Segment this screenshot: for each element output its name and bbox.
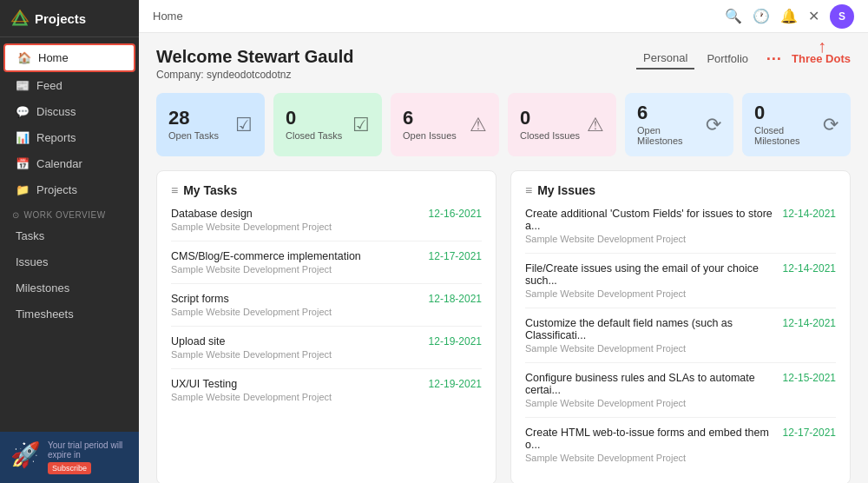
stat-closed-tasks[interactable]: 0 Closed Tasks ☑ [273, 93, 382, 156]
welcome-header: Welcome Stewart Gauld Company: syndeodot… [156, 47, 851, 81]
sidebar-item-timesheets-label: Timesheets [16, 308, 74, 321]
issue-item-2[interactable]: Customize the default field names (such … [525, 317, 836, 363]
open-issues-number: 6 [403, 109, 457, 128]
three-dots-button[interactable]: ⋯ [760, 47, 786, 69]
open-tasks-label: Open Tasks [168, 130, 219, 141]
issue-item-1[interactable]: File/Create issues using the email of yo… [525, 262, 836, 308]
issue-item-4[interactable]: Create HTML web-to-issue forms and embed… [525, 427, 836, 472]
bell-icon[interactable]: 🔔 [780, 8, 798, 24]
tab-portfolio[interactable]: Portfolio [700, 49, 755, 69]
app-title: Projects [35, 11, 86, 26]
sidebar-item-home-label: Home [38, 51, 69, 64]
sidebar-item-projects-label: Projects [36, 183, 77, 196]
sidebar-header: Projects [0, 0, 139, 37]
rocket-icon: 🚀 [10, 440, 41, 469]
open-issues-icon: ⚠ [470, 114, 487, 136]
sidebar-item-discuss[interactable]: 💬 Discuss [3, 99, 135, 124]
stats-row: 28 Open Tasks ☑ 0 Closed Tasks ☑ 6 Open … [156, 93, 851, 156]
main-area: Home 🔍 🕐 🔔 ✕ S Welcome Stewart Gauld Com… [139, 0, 868, 483]
closed-milestones-number: 0 [754, 103, 823, 122]
sidebar-item-calendar[interactable]: 📅 Calendar [3, 151, 135, 176]
sidebar-item-reports-label: Reports [36, 131, 76, 144]
subscribe-badge[interactable]: Subscribe [48, 462, 91, 474]
sidebar-item-milestones[interactable]: Milestones [3, 275, 135, 301]
trial-banner: 🚀 Your trial period will expire in Subsc… [0, 432, 139, 483]
panels-row-1: ≡ My Tasks Database design Sample Websit… [156, 170, 851, 483]
closed-tasks-number: 0 [286, 109, 342, 128]
sidebar-item-calendar-label: Calendar [36, 157, 82, 170]
open-milestones-label: Open Milestones [637, 125, 706, 146]
welcome-company: Company: syndeodotcodotnz [156, 69, 353, 81]
my-issues-list: Create additional 'Custom Fields' for is… [525, 208, 836, 472]
logo-icon [10, 9, 30, 28]
my-tasks-panel: ≡ My Tasks Database design Sample Websit… [156, 170, 496, 483]
sidebar-item-reports[interactable]: 📊 Reports [3, 125, 135, 150]
task-item-2[interactable]: Script forms Sample Website Development … [171, 293, 482, 327]
closed-tasks-icon: ☑ [352, 114, 370, 136]
discuss-icon: 💬 [16, 105, 30, 118]
sidebar-item-milestones-label: Milestones [16, 281, 69, 294]
svg-marker-0 [14, 12, 27, 25]
sidebar-item-discuss-label: Discuss [36, 105, 76, 118]
open-issues-label: Open Issues [403, 130, 457, 141]
projects-icon: 📁 [16, 183, 30, 196]
sidebar-item-issues-label: Issues [16, 255, 49, 268]
task-item-1[interactable]: CMS/Blog/E-commerce implementation Sampl… [171, 250, 482, 284]
sidebar-item-projects[interactable]: 📁 Projects [3, 177, 135, 202]
my-issues-panel: ≡ My Issues Create additional 'Custom Fi… [510, 170, 851, 483]
open-milestones-number: 6 [637, 103, 706, 122]
stat-open-tasks[interactable]: 28 Open Tasks ☑ [156, 93, 265, 156]
stat-closed-milestones[interactable]: 0 Closed Milestones ⟳ [742, 93, 851, 156]
task-item-0[interactable]: Database design Sample Website Developme… [171, 208, 482, 242]
sidebar-item-issues[interactable]: Issues [3, 249, 135, 275]
sidebar-item-timesheets[interactable]: Timesheets [3, 301, 135, 327]
search-icon[interactable]: 🔍 [725, 8, 742, 24]
content-area: Welcome Stewart Gauld Company: syndeodot… [139, 33, 868, 483]
tab-personal[interactable]: Personal [636, 48, 694, 69]
task-item-4[interactable]: UX/UI Testing Sample Website Development… [171, 378, 482, 411]
stat-closed-issues[interactable]: 0 Closed Issues ⚠ [508, 93, 616, 156]
sidebar: Projects 🏠 Home 📰 Feed 💬 Discuss 📊 Repor… [0, 0, 139, 483]
issue-item-0[interactable]: Create additional 'Custom Fields' for is… [525, 208, 836, 254]
avatar[interactable]: S [830, 4, 854, 29]
closed-tasks-label: Closed Tasks [286, 130, 342, 141]
sidebar-item-home[interactable]: 🏠 Home [3, 43, 135, 72]
issues-panel-icon: ≡ [525, 183, 532, 197]
welcome-title: Welcome Stewart Gauld [156, 47, 353, 67]
issue-item-3[interactable]: Configure business rules and SLAs to aut… [525, 372, 836, 418]
view-tabs: Personal Portfolio ⋯ Three Dots ↑ [636, 47, 851, 69]
company-name: syndeodotcodotnz [207, 69, 291, 81]
open-tasks-icon: ☑ [235, 114, 253, 136]
sidebar-item-tasks-label: Tasks [16, 229, 44, 242]
sidebar-item-feed-label: Feed [36, 79, 62, 92]
task-item-3[interactable]: Upload site Sample Website Development P… [171, 335, 482, 369]
sidebar-item-tasks[interactable]: Tasks [3, 223, 135, 248]
feed-icon: 📰 [16, 79, 30, 92]
sidebar-item-feed[interactable]: 📰 Feed [3, 73, 135, 98]
closed-milestones-label: Closed Milestones [754, 125, 823, 146]
closed-issues-number: 0 [520, 109, 580, 128]
closed-issues-icon: ⚠ [587, 114, 604, 136]
home-icon: 🏠 [17, 51, 31, 64]
my-tasks-title: ≡ My Tasks [171, 183, 482, 197]
stat-open-milestones[interactable]: 6 Open Milestones ⟳ [625, 93, 733, 156]
my-issues-title: ≡ My Issues [525, 183, 836, 197]
open-milestones-icon: ⟳ [706, 114, 721, 136]
stat-open-issues[interactable]: 6 Open Issues ⚠ [391, 93, 499, 156]
welcome-info: Welcome Stewart Gauld Company: syndeodot… [156, 47, 353, 81]
tasks-panel-icon: ≡ [171, 183, 178, 197]
section-dot-icon: ⊙ [12, 210, 20, 220]
topbar: Home 🔍 🕐 🔔 ✕ S [139, 0, 868, 33]
reports-icon: 📊 [16, 131, 30, 144]
app-logo[interactable]: Projects [10, 9, 86, 28]
three-dots-label: Three Dots ↑ [792, 52, 851, 65]
close-icon[interactable]: ✕ [808, 8, 819, 24]
open-tasks-number: 28 [168, 109, 219, 128]
topbar-icons: 🔍 🕐 🔔 ✕ S [725, 4, 854, 29]
sidebar-nav: 🏠 Home 📰 Feed 💬 Discuss 📊 Reports 📅 Cale… [0, 37, 139, 432]
my-tasks-list: Database design Sample Website Developme… [171, 208, 482, 411]
closed-issues-label: Closed Issues [520, 130, 580, 141]
calendar-icon: 📅 [16, 157, 30, 170]
closed-milestones-icon: ⟳ [823, 114, 838, 136]
clock-icon[interactable]: 🕐 [753, 8, 770, 24]
